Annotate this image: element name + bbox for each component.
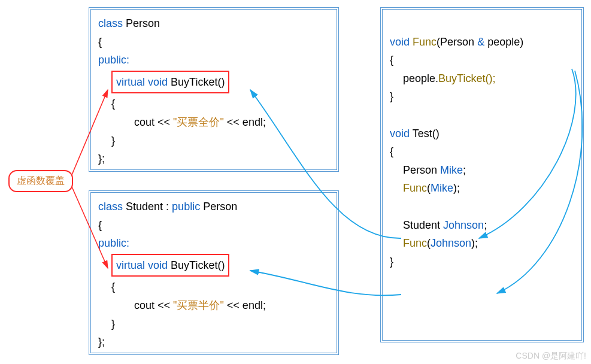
cout-pre: cout << — [134, 299, 173, 311]
cout-string: "买票全价" — [173, 116, 224, 128]
student-class-box: class Student : public Person { public: … — [89, 190, 339, 355]
public-label: public: — [98, 54, 129, 66]
mike-arg: Mike — [431, 182, 453, 194]
johnson-arg: Johnson — [431, 237, 471, 249]
body-open: { — [111, 95, 329, 113]
param-type: Person — [440, 36, 474, 48]
body-open: { — [111, 278, 329, 296]
cout-line: cout << "买票半价" << endl; — [134, 296, 329, 315]
paren-close: ); — [453, 182, 460, 194]
mike-name: Mike — [440, 164, 463, 176]
param-name: people — [487, 36, 520, 48]
void-keyword: void — [390, 128, 410, 139]
amp: & — [474, 36, 487, 48]
person-class-box: class Person { public: virtual void BuyT… — [89, 7, 339, 172]
paren-close: ) — [520, 36, 523, 48]
class-name-person: Person — [126, 17, 160, 29]
brace-open: { — [98, 216, 329, 235]
watermark: CSDN @是阿建吖! — [516, 351, 586, 362]
cout-line: cout << "买票全价" << endl; — [134, 113, 329, 132]
mike-decl: Person Mike; — [403, 161, 574, 180]
cout-post: << endl; — [224, 299, 266, 311]
mike-type: Person — [403, 164, 440, 176]
void-keyword: void — [390, 36, 410, 48]
person-buyticket-highlight: virtual void BuyTicket() — [111, 71, 229, 94]
cout-post: << endl; — [224, 116, 266, 128]
student-buyticket-highlight: virtual void BuyTicket() — [111, 254, 229, 277]
base-class: Person — [200, 201, 237, 213]
func-call: Func — [403, 182, 427, 194]
body-close: } — [111, 132, 329, 150]
paren-close: ); — [471, 237, 478, 249]
johnson-name: Johnson — [443, 219, 484, 231]
test-name: Test() — [413, 128, 440, 139]
public-label: public: — [98, 237, 129, 249]
brace-close: } — [390, 87, 574, 106]
class-keyword: class — [98, 201, 123, 213]
class-close: }; — [98, 333, 329, 351]
johnson-type: Student — [403, 219, 443, 231]
brace-close: } — [390, 253, 574, 271]
brace-open: { — [98, 33, 329, 51]
call-obj: people — [403, 72, 435, 84]
annotation-text: 虚函数覆盖 — [17, 175, 65, 186]
method-name: BuyTicket() — [171, 76, 225, 88]
func-decl-line: void Func(Person & people) — [390, 33, 574, 51]
virtual-override-annotation: 虚函数覆盖 — [8, 170, 73, 192]
func-mike-call: Func(Mike); — [403, 179, 574, 198]
mike-semi: ; — [463, 164, 466, 176]
inherit-colon: : — [163, 201, 172, 213]
johnson-decl: Student Johnson; — [403, 216, 574, 235]
cout-pre: cout << — [134, 116, 173, 128]
class-keyword: class — [98, 17, 123, 29]
person-decl-line: class Person — [98, 14, 329, 33]
public-inherit: public — [172, 201, 200, 213]
brace-open: { — [390, 51, 574, 69]
func-johnson-call: Func(Johnson); — [403, 234, 574, 253]
cout-string: "买票半价" — [173, 299, 224, 311]
body-close: } — [111, 315, 329, 333]
virtual-keyword: virtual void — [116, 259, 168, 271]
johnson-semi: ; — [484, 219, 487, 231]
student-decl-line: class Student : public Person — [98, 198, 329, 216]
method-name: BuyTicket() — [171, 259, 225, 271]
virtual-keyword: virtual void — [116, 76, 168, 88]
func-call: Func — [403, 237, 427, 249]
func-name-label: Func — [413, 36, 437, 48]
func-test-box: void Func(Person & people) { people.BuyT… — [380, 7, 584, 342]
brace-open: { — [390, 142, 574, 161]
test-decl-line: void Test() — [390, 125, 574, 143]
class-close: }; — [98, 150, 329, 168]
people-call-line: people.BuyTicket(); — [403, 69, 574, 88]
call-method: BuyTicket(); — [438, 72, 495, 84]
class-name-student: Student — [126, 201, 163, 213]
